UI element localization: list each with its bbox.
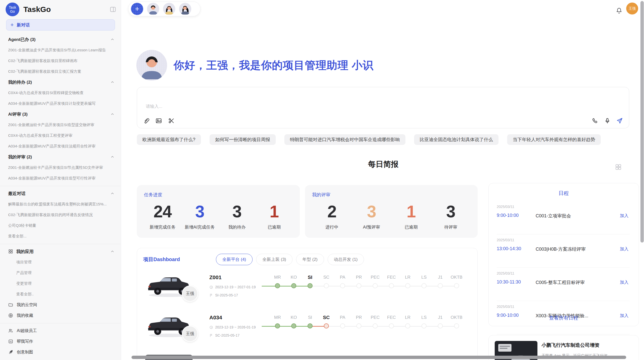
chevron-up-icon[interactable]	[111, 112, 114, 116]
dashboard-tab-3[interactable]: 动总开发 (1)	[328, 254, 364, 265]
schedule-item-2: 2025/03/1110:30-11:30C005-整车工程目标评审加入	[497, 268, 630, 301]
sidebar-section-group-3[interactable]: 我的评审 (2)	[0, 152, 121, 162]
stat-label: 已逾期	[391, 224, 431, 230]
sidebar-section-group-0[interactable]: Agent已办 (3)	[0, 34, 121, 45]
daily-brief-title: 每日简报	[137, 159, 630, 170]
stat-1-2: 1已逾期	[391, 202, 431, 230]
agent-avatar-1[interactable]	[147, 3, 159, 15]
join-meeting-link[interactable]: 加入	[620, 246, 628, 252]
milestone-dot-LS	[421, 323, 427, 328]
schedule-date: 2025/03/11	[497, 271, 514, 275]
apps-icon	[8, 249, 13, 254]
project-row-Z001[interactable]: 王强Z0012023-12-19 ~ 2027-01-19SI-2025-05-…	[137, 272, 477, 310]
sidebar-item-app-1[interactable]: 产品管理	[0, 267, 121, 278]
phone-icon[interactable]	[592, 117, 598, 124]
sidebar-item-app-0[interactable]: 项目管理	[0, 257, 121, 267]
layout-grid-icon[interactable]	[615, 164, 622, 170]
view-all-schedule-link[interactable]: 查看所有日程	[489, 315, 639, 321]
sidebar-item-group-3-1[interactable]: A034-全新新能源MUV产品开发项目造型可行性评审	[0, 173, 121, 184]
chevron-up-icon[interactable]	[111, 38, 114, 41]
sidebar-item-group-1-0[interactable]: C0X4-动力总成开发项目SI里程碑提交物检查	[0, 87, 121, 98]
suggestion-chip-0[interactable]: 欧洲新规最近颁布了什么?	[137, 134, 201, 145]
schedule-item-1: 2025/03/1113:00-14:30C003|H0B-方案冻结评审加入	[497, 234, 630, 268]
notification-bell-icon[interactable]	[616, 7, 623, 14]
agent-avatar-2[interactable]	[163, 3, 175, 15]
greeting-text: 你好，王强，我是你的项目管理助理 小识	[173, 50, 374, 81]
app-title: TaskGo	[23, 5, 51, 14]
dashboard-tabs: 全新平台 (4)全新上装 (3)年型 (2)动总开发 (1)	[216, 254, 364, 265]
dashboard-tab-0[interactable]: 全新平台 (4)	[216, 254, 253, 265]
milestone-track: MRKOSISCPAPRPECFECLRLSJ1OKTB	[269, 314, 465, 331]
sidebar-item-group-0-1[interactable]: C02-飞腾新能源轻客改款项目里程碑画布	[0, 55, 121, 66]
sidebar-item-group-0-0[interactable]: Z001-全新燃油皮卡产品开发项目SI节点Lesson Learn报告	[0, 45, 121, 55]
sidebar-section-my-apps[interactable]: 我的应用	[0, 246, 121, 257]
sidebar-item-group-3-0[interactable]: Z001-全新燃油轻卡产品开发项目SI节点属性5D文件评审	[0, 162, 121, 173]
clock-icon	[209, 325, 213, 329]
schedule-date: 2025/03/11	[497, 238, 514, 242]
milestone-dot-KO	[291, 283, 296, 288]
dashboard-tab-1[interactable]: 全新上装 (3)	[256, 254, 293, 265]
sidebar-item-recent-1[interactable]: C02-飞腾新能源轻客改款项目的闭环通告反馈情况	[0, 209, 121, 220]
chevron-up-icon[interactable]	[111, 250, 114, 253]
join-meeting-link[interactable]: 加入	[620, 213, 628, 219]
sidebar-item-group-2-2[interactable]: A034-全新新能源MUV产品开发项目法规符合性评审	[0, 141, 121, 152]
horizontal-scrollbar[interactable]	[131, 356, 626, 359]
milestone-dot-LR	[405, 283, 410, 288]
milestone-dot-PA	[340, 283, 345, 288]
new-chat-button[interactable]: + 新对话	[6, 19, 115, 31]
chat-composer[interactable]: 请输入...	[137, 87, 629, 128]
sidebar-item-group-2-0[interactable]: Z001-全新燃油轻卡产品开发项目SI造型提交物评审	[0, 119, 121, 130]
milestone-label-LS: LS	[416, 274, 432, 281]
sidebar-section-group-2[interactable]: AI评审 (3)	[0, 109, 121, 119]
sidebar-item-tool-0[interactable]: AI超级员工	[0, 325, 121, 336]
send-icon[interactable]	[616, 117, 623, 124]
sidebar-item-app-2[interactable]: 变更管理	[0, 278, 121, 289]
suggestion-chip-1[interactable]: 如何写一份清晰的项目周报	[210, 134, 276, 145]
sidebar-item-app-3[interactable]: 查看全部..	[0, 289, 121, 299]
sidebar-section-recent[interactable]: 最近对话	[0, 188, 121, 199]
project-code: Z001	[209, 274, 222, 280]
join-meeting-link[interactable]: 加入	[620, 279, 628, 285]
sidebar-item-recent-0[interactable]: 解释最新出台的欧盟报废车法规再生塑料比例被调至15%...	[0, 199, 121, 209]
chevron-up-icon[interactable]	[111, 80, 114, 84]
sidebar-item-tool-1[interactable]: 帮我写作	[0, 336, 121, 347]
attach-icon[interactable]	[143, 117, 149, 124]
milestone-dot-PR	[356, 283, 361, 288]
sidebar-item-group-1-1[interactable]: A034-全新新能源MUV产品开发项目计划变更表编写	[0, 98, 121, 109]
sidebar-list: Agent已办 (3)Z001-全新燃油皮卡产品开发项目SI节点Lesson L…	[0, 34, 121, 357]
sidebar-item-shortcut-1[interactable]: 我的收藏	[0, 310, 121, 321]
milestone-label-PR: PR	[351, 274, 367, 281]
sidebar-collapse-icon[interactable]	[109, 6, 116, 13]
stat-1-3: 3待评审	[431, 202, 471, 230]
people-icon	[8, 328, 13, 333]
stat-label: 我的待办	[218, 224, 256, 230]
milestone-dot-OKTB	[454, 283, 459, 288]
add-agent-button[interactable]: +	[131, 3, 143, 15]
sidebar-section-group-1[interactable]: 我的待办 (2)	[0, 77, 121, 87]
vertical-scrollbar[interactable]	[640, 1, 644, 243]
chevron-up-icon[interactable]	[111, 155, 114, 159]
scissors-icon[interactable]	[168, 117, 175, 124]
mic-icon[interactable]	[604, 117, 611, 124]
project-code: A034	[209, 314, 222, 321]
suggestion-chip-4[interactable]: 当下年轻人对汽车外观有怎样的喜好趋势	[507, 134, 601, 145]
task-progress-card: 任务进度 24新增完成任务3新增AI完成任务3我的待办1已逾期	[137, 185, 300, 238]
suggestion-chip-2[interactable]: 特朗普可能对进口汽车增税会对中国车企造成哪些影响	[284, 134, 405, 145]
suggestion-chip-3[interactable]: 比亚迪全固态电池计划具体说了什么	[414, 134, 499, 145]
sidebar-item-tool-2[interactable]: 创意制图	[0, 347, 121, 357]
milestone-label-J1: J1	[432, 274, 448, 281]
sidebar-item-group-0-2[interactable]: C02-飞腾新能源轻客改款项目立项汇报方案	[0, 66, 121, 77]
image-icon[interactable]	[155, 117, 162, 124]
schedule-title: 日程	[489, 190, 639, 197]
project-row-A034[interactable]: 王强A0342023-12-19 ~ 2026-01-19SC-2025-05-…	[137, 312, 477, 351]
sidebar-item-shortcut-0[interactable]: 我的云空间	[0, 299, 121, 310]
chevron-up-icon[interactable]	[111, 192, 114, 195]
milestone-label-SC: SC	[318, 274, 334, 281]
user-avatar[interactable]: 王强	[626, 3, 638, 14]
sidebar-item-recent-2[interactable]: 公司Q3轻卡销量	[0, 220, 121, 231]
dashboard-tab-2[interactable]: 年型 (2)	[296, 254, 324, 265]
sidebar-item-group-2-1[interactable]: C0X4-动力总成开发项目工程变更评审	[0, 130, 121, 141]
agent-avatar-3[interactable]	[179, 3, 191, 15]
milestone-label-PA: PA	[334, 314, 351, 321]
sidebar-item-recent-3[interactable]: 查看全部...	[0, 231, 121, 242]
